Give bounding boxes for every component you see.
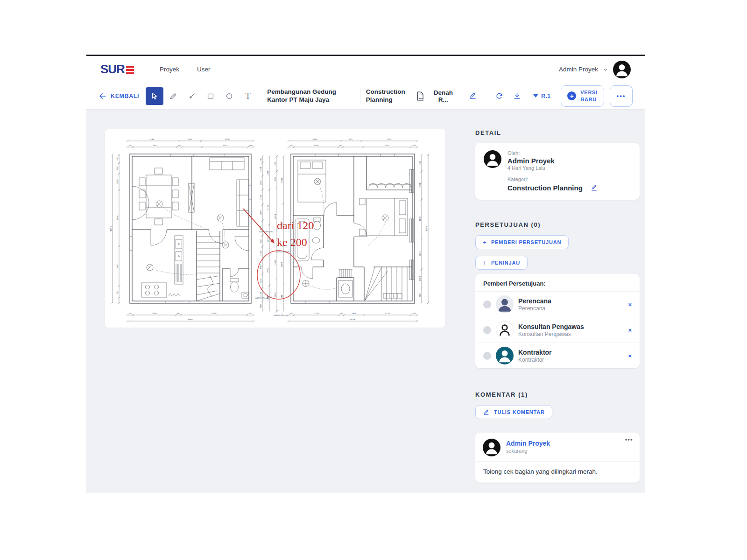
arrow-left-icon: [99, 92, 107, 100]
annotation-circle: [257, 251, 300, 299]
svg-text:4180: 4180: [149, 138, 155, 140]
svg-text:1238: 1238: [267, 170, 269, 175]
svg-text:300: 300: [419, 161, 421, 165]
refresh-icon: [495, 91, 504, 100]
user-avatar: [613, 61, 631, 78]
svg-text:300: 300: [289, 144, 293, 147]
svg-text:3903: 3903: [260, 264, 262, 269]
svg-text:4230: 4230: [385, 312, 390, 315]
svg-text:1210: 1210: [267, 237, 269, 242]
svg-text:1453: 1453: [260, 251, 262, 256]
tool-cursor[interactable]: [146, 87, 163, 105]
detail-time: 4 Hari Yang Lalu: [507, 165, 598, 171]
file-name: Denah R...: [428, 89, 458, 103]
svg-text:4458: 4458: [419, 216, 421, 221]
nav-proyek[interactable]: Proyek: [160, 66, 179, 73]
tool-rectangle[interactable]: [202, 87, 219, 105]
annotation-author-tag: Admin Proyek: [259, 231, 273, 233]
svg-text:2903: 2903: [419, 276, 421, 281]
svg-text:2102: 2102: [385, 144, 390, 147]
svg-text:8196: 8196: [425, 226, 428, 231]
svg-text:3936: 3936: [116, 215, 119, 220]
remove-approver-button[interactable]: ×: [628, 327, 632, 334]
svg-text:300: 300: [419, 294, 421, 297]
approver-name: Perencana: [518, 297, 551, 305]
kategori-label: Kategori:: [507, 176, 598, 182]
svg-text:300: 300: [412, 144, 416, 147]
toolbar: KEMBALI T: [86, 83, 645, 110]
diagonal-arrow-icon: [187, 91, 197, 101]
svg-text:300: 300: [116, 291, 119, 294]
back-button[interactable]: KEMBALI: [99, 92, 139, 100]
tool-circle[interactable]: [220, 87, 238, 105]
edit-file-button[interactable]: [466, 89, 479, 103]
tool-line[interactable]: [183, 87, 201, 105]
svg-text:1210: 1210: [274, 292, 276, 297]
svg-text:1210: 1210: [116, 179, 119, 184]
svg-text:2102: 2102: [387, 138, 392, 140]
svg-text:1453: 1453: [116, 263, 119, 268]
brand-logo[interactable]: SUR: [100, 62, 134, 77]
svg-text:1210: 1210: [260, 278, 262, 283]
tool-pencil[interactable]: [164, 87, 182, 105]
edit-category-icon[interactable]: [590, 184, 598, 192]
svg-text:3840: 3840: [312, 138, 317, 140]
page: SUR Proyek User Admin Proyek KEMBALI: [0, 0, 747, 560]
add-reviewer-button[interactable]: + PENINJAU: [475, 256, 528, 270]
svg-text:1238: 1238: [260, 167, 262, 172]
circle-icon: [225, 91, 234, 101]
svg-text:778: 778: [116, 167, 119, 170]
svg-text:1453: 1453: [274, 259, 276, 265]
download-button[interactable]: [510, 89, 524, 103]
approval-status-dot: [483, 301, 491, 308]
nav-user[interactable]: User: [197, 66, 211, 73]
pencil-icon: [169, 91, 178, 101]
svg-text:925: 925: [349, 138, 352, 140]
revision-label: R.1: [541, 92, 550, 99]
svg-text:4458: 4458: [274, 214, 276, 219]
approver-row: Kontraktor Kontraktor ×: [475, 343, 640, 368]
rectangle-icon: [206, 91, 215, 101]
svg-text:300: 300: [128, 312, 132, 315]
comments-heading: KOMENTAR (1): [475, 391, 640, 398]
svg-text:300: 300: [260, 304, 262, 308]
comment-card: Admin Proyek sekarang ••• Tolong cek bag…: [475, 433, 640, 483]
project-title: Pembangunan Gedung Kantor PT Maju Jaya: [267, 88, 354, 104]
content-area: 4180505319030025329031023008196300778121…: [86, 110, 645, 493]
refresh-button[interactable]: [493, 89, 506, 103]
annotation-author-tag: Admin Proyek: [274, 314, 288, 316]
tool-text[interactable]: T: [239, 87, 257, 105]
svg-text:8196: 8196: [110, 226, 112, 231]
svg-text:1210: 1210: [260, 180, 262, 185]
svg-text:3190: 3190: [225, 138, 230, 140]
svg-text:300: 300: [274, 162, 276, 166]
cursor-icon: [150, 91, 159, 101]
approver-avatar: [496, 295, 514, 313]
svg-text:6458: 6458: [281, 177, 283, 182]
new-version-line1: VERSI: [580, 89, 598, 96]
add-approver-button[interactable]: + PEMBERI PERSETUJUAN: [475, 235, 569, 249]
new-version-line2: BARU: [580, 96, 597, 103]
new-version-button[interactable]: + VERSI BARU: [561, 85, 604, 107]
detail-card: Oleh: Admin Proyek 4 Hari Yang Lalu Kate…: [475, 143, 640, 200]
svg-text:3102: 3102: [223, 144, 228, 147]
drawing-canvas[interactable]: 4180505319030025329031023008196300778121…: [105, 129, 445, 328]
top-bar: SUR Proyek User Admin Proyek: [86, 56, 645, 83]
user-menu[interactable]: Admin Proyek: [559, 61, 631, 78]
remove-approver-button[interactable]: ×: [628, 352, 632, 359]
file-chip[interactable]: PDF Denah R...: [416, 89, 458, 103]
remove-approver-button[interactable]: ×: [628, 301, 632, 308]
text-tool-icon: T: [245, 91, 251, 101]
approver-role: Konsultan Pengawas: [518, 331, 584, 337]
svg-text:2532: 2532: [153, 144, 158, 147]
triangle-down-icon: [533, 94, 538, 98]
svg-text:1210: 1210: [260, 195, 262, 200]
write-comment-button[interactable]: TULIS KOMENTAR: [475, 405, 552, 419]
edit-pencil-icon: [468, 91, 477, 100]
chevron-down-icon: [602, 66, 609, 73]
revision-dropdown[interactable]: R.1: [533, 92, 550, 99]
more-options-button[interactable]: •••: [610, 85, 633, 107]
svg-text:2903: 2903: [267, 267, 269, 273]
category-label: Construction Planning: [366, 88, 406, 104]
comment-more-button[interactable]: •••: [625, 436, 633, 443]
